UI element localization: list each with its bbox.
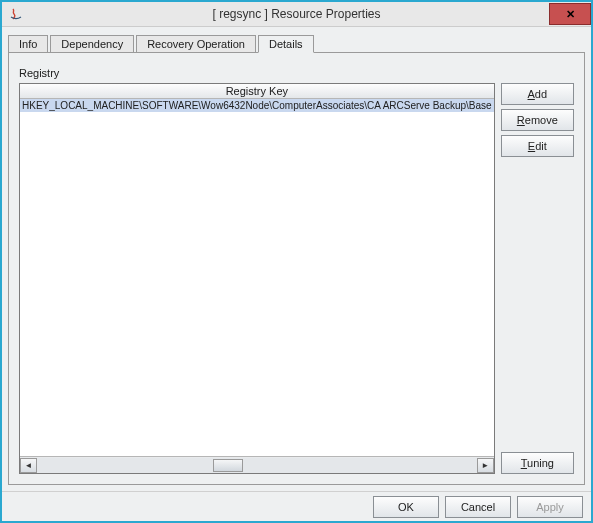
horizontal-scrollbar[interactable]: ◄ ► [20,456,494,473]
scroll-right-button[interactable]: ► [477,458,494,473]
dialog-footer: OK Cancel Apply [2,491,591,521]
tab-bar: Info Dependency Recovery Operation Detai… [8,33,585,53]
tab-recovery[interactable]: Recovery Operation [136,35,256,53]
window-title: [ regsync ] Resource Properties [212,7,380,21]
tab-info[interactable]: Info [8,35,48,53]
scroll-left-button[interactable]: ◄ [20,458,37,473]
registry-area: Registry Key HKEY_LOCAL_MACHINE\SOFTWARE… [19,83,574,474]
tuning-button[interactable]: Tuning [501,452,574,474]
registry-grid[interactable]: Registry Key HKEY_LOCAL_MACHINE\SOFTWARE… [19,83,495,474]
close-icon: ✕ [566,8,575,21]
tab-dependency[interactable]: Dependency [50,35,134,53]
spacer [501,161,574,448]
grid-body[interactable]: HKEY_LOCAL_MACHINE\SOFTWARE\Wow6432Node\… [20,99,494,456]
ok-button[interactable]: OK [373,496,439,518]
scroll-thumb[interactable] [213,459,243,472]
tab-details[interactable]: Details [258,35,314,53]
scroll-track[interactable] [37,458,477,473]
edit-button[interactable]: Edit [501,135,574,157]
grid-header-registry-key[interactable]: Registry Key [20,84,494,99]
details-page: Registry Registry Key HKEY_LOCAL_MACHINE… [8,52,585,485]
apply-button[interactable]: Apply [517,496,583,518]
cancel-button[interactable]: Cancel [445,496,511,518]
window-frame: [ regsync ] Resource Properties ✕ Info D… [0,0,593,523]
java-icon [8,6,24,22]
registry-label: Registry [19,67,574,79]
side-button-column: Add Remove Edit Tuning [501,83,574,474]
remove-button[interactable]: Remove [501,109,574,131]
table-row[interactable]: HKEY_LOCAL_MACHINE\SOFTWARE\Wow6432Node\… [20,99,494,112]
titlebar: [ regsync ] Resource Properties ✕ [2,2,591,26]
close-button[interactable]: ✕ [549,3,591,25]
add-button[interactable]: Add [501,83,574,105]
dialog-body: Info Dependency Recovery Operation Detai… [2,26,591,491]
